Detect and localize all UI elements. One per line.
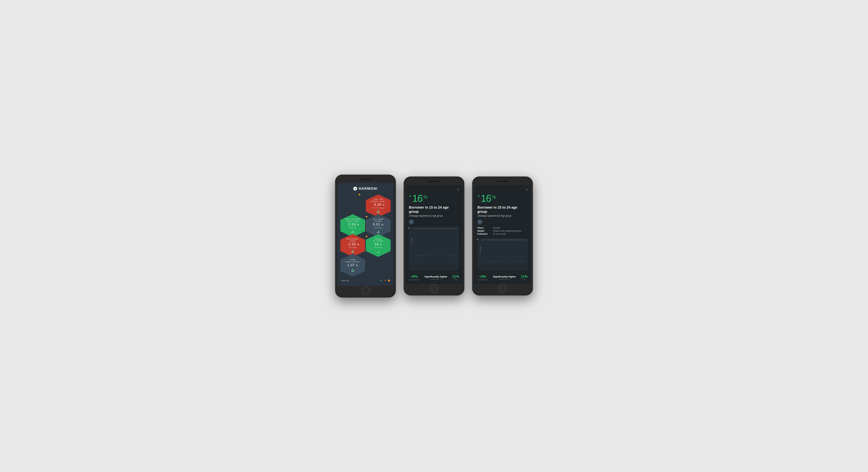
- meta-filters-row: Filters No filter: [477, 227, 528, 229]
- subtitle-segment-2: Age group: [432, 215, 443, 217]
- filter-red-icon[interactable]: ▼: [384, 279, 386, 282]
- pct-arrow-2: ▲: [409, 194, 411, 197]
- percentage-display-2: ▲ 16 %: [409, 193, 459, 203]
- speaker: [360, 179, 371, 180]
- hex-usa-label: USA - femaleCiti Bank: [373, 218, 383, 222]
- phone-1: ✿ HARMONI Chile - maleEducation - univer…: [335, 175, 396, 298]
- home-button-1[interactable]: [361, 286, 370, 295]
- show-all-link[interactable]: show all: [341, 279, 349, 282]
- chart-bars-2: 60 40 20 0: [412, 228, 458, 228]
- info-icon-2[interactable]: i: [409, 219, 414, 224]
- dot-university: [366, 235, 367, 237]
- chart-x-labels-2: BGI Humdable Hol. Terripadc Islamoide Ba…: [414, 255, 458, 256]
- stat-diff-value-3: +5%: [479, 275, 486, 279]
- pct-sign-2: %: [423, 194, 427, 200]
- phone-bottom-3: [474, 284, 531, 293]
- phone-2: × ▲ 16 % Borrower in 15 to 24 age group …: [404, 177, 464, 295]
- stat-compared-value-3: Significantly higher: [493, 275, 516, 278]
- stat-difference-2: +5% DIFFERENCE: [409, 275, 420, 281]
- stat-compared-label-3: COMPARED TO: [498, 278, 510, 280]
- meta-published-key: Published: [477, 233, 491, 235]
- phone-bottom-1: [337, 286, 394, 295]
- home-button-3[interactable]: [498, 284, 507, 293]
- dot-chile: [359, 194, 360, 195]
- meta-published-val: 23 June 2018: [493, 233, 506, 235]
- hex-brazil[interactable]: Brazil - 15-24 yearsPrimary - femail ▲ 2…: [340, 214, 365, 237]
- meta-filters-key: Filters: [477, 227, 491, 229]
- hex-chile-sublabel: Diff of Percentage: [372, 207, 384, 209]
- hex-university[interactable]: University gradu...Female ▼ 2.24 % Perce…: [340, 234, 365, 257]
- stat-compared-value-2: Significantly higher: [425, 275, 447, 278]
- percentage-display-3: ▲ 16 %: [477, 193, 528, 203]
- metadata-table: Filters No filter Weight Default new wei…: [477, 227, 528, 236]
- stat-difference-3: +5% DIFFERENCE: [477, 275, 488, 281]
- close-button-2[interactable]: ×: [409, 188, 459, 192]
- hex-investor[interactable]: InvestorCanada - 40-54 ye... 1.07 %: [340, 254, 365, 277]
- hex-chile[interactable]: Chile - maleEducation - univer... ▼ 0.25…: [366, 194, 391, 217]
- pct-arrow-3: ▲: [477, 194, 480, 197]
- stat-total-value-3: 11%: [521, 275, 528, 279]
- hex-brazil-chart: [351, 229, 354, 233]
- stat-compared-3: Significantly higher COMPARED TO: [493, 275, 516, 280]
- pct-number-2: 16: [412, 193, 423, 203]
- chart-y-label-2: Percentage: [410, 228, 412, 255]
- subtitle-prefix-3: Lifestage segments by: [477, 215, 500, 217]
- harmoni-logo-icon: ✿: [353, 187, 357, 190]
- phone-3: × ▲ 16 % Borrower in 15 to 24 age group …: [472, 177, 533, 295]
- filter-green-icon[interactable]: ▼: [379, 279, 382, 282]
- hex-borrower[interactable]: Borrower15 - 24 years 16 % Percentage: [366, 234, 391, 257]
- pct-sign-3: %: [492, 194, 496, 200]
- chart-2: Percentage 60 40 20 0: [409, 227, 459, 271]
- meta-weight-val: Default new weighting scheme: [493, 230, 521, 232]
- app-header: ✿ HARMONI: [340, 186, 391, 191]
- hex-investor-label: InvestorCanada - 40-54 ye...: [345, 259, 361, 263]
- chart-3: Percentage 60 40 20 0: [477, 238, 528, 271]
- meta-filters-val: No filter: [493, 227, 500, 229]
- chart-bars-3: 60 40 20 0: [481, 240, 526, 240]
- stat-total-label-3: TOTAL: [522, 279, 527, 281]
- home-button-2[interactable]: [430, 284, 438, 293]
- hex-university-chart: [351, 249, 354, 253]
- hex-university-arrow: ▼: [346, 243, 348, 245]
- detail-subtitle-3: Lifestage segments by Age group: [477, 215, 528, 217]
- hex-chile-value: 0.25 %: [374, 203, 385, 207]
- hex-usa-value: 0.01 %: [373, 222, 384, 226]
- info-icon-3[interactable]: i: [477, 219, 482, 224]
- subtitle-prefix-2: Lifestage segments by: [409, 215, 432, 217]
- stat-diff-value-2: +5%: [411, 275, 418, 279]
- bottom-stats-2: +5% DIFFERENCE Significantly higher COMP…: [409, 273, 459, 281]
- hex-borrower-sublabel: Percentage: [374, 247, 382, 248]
- camera-icon-3: [518, 181, 519, 182]
- hex-chile-arrow: ▼: [372, 203, 374, 206]
- hex-brazil-sublabel: Percentage: [349, 227, 357, 228]
- pct-number-3: 16: [481, 193, 491, 203]
- dot-brazil: [366, 216, 367, 217]
- hex-brazil-value: 2.24 %: [348, 222, 360, 226]
- filter-icons: ▼ ▼: [379, 279, 390, 282]
- detail-title-3: Borrower in 15 to 24 age group: [477, 206, 528, 214]
- filter-orange-dot[interactable]: [388, 280, 390, 282]
- close-button-3[interactable]: ×: [477, 188, 528, 192]
- screen-2: × ▲ 16 % Borrower in 15 to 24 age group …: [406, 185, 462, 284]
- phone-bottom-2: [406, 284, 462, 293]
- detail-title-2: Borrower in 15 to 24 age group: [409, 206, 459, 214]
- subtitle-segment-3: Age group: [501, 215, 511, 217]
- phone-top-1: [337, 177, 394, 182]
- bottom-stats-3: +5% DIFFERENCE Significantly higher COMP…: [477, 273, 528, 281]
- speaker-2: [428, 181, 440, 182]
- hex-brazil-label: Brazil - 15-24 yearsPrimary - femail: [345, 218, 360, 222]
- meta-published-row: Published 23 June 2018: [477, 233, 528, 235]
- hex-brazil-arrow: ▲: [346, 223, 348, 225]
- hex-university-sublabel: Percentage: [349, 247, 357, 248]
- hex-investor-chart: [351, 268, 354, 272]
- hex-usa-sublabel: Percentage: [374, 227, 382, 228]
- app-title: HARMONI: [359, 187, 378, 191]
- hex-chile-chart: [377, 210, 380, 213]
- stat-compared-label-2: COMPARED TO: [430, 278, 442, 280]
- hex-university-label: University gradu...Female: [346, 238, 360, 242]
- hex-usa[interactable]: USA - femaleCiti Bank 0.01 % Percentage: [366, 214, 391, 237]
- hex-borrower-value: 16 %: [374, 242, 382, 246]
- hex-chile-label: Chile - maleEducation - univer...: [371, 198, 386, 202]
- stat-total-value-2: 11%: [452, 275, 459, 279]
- show-all-row: show all ▼ ▼: [340, 277, 391, 283]
